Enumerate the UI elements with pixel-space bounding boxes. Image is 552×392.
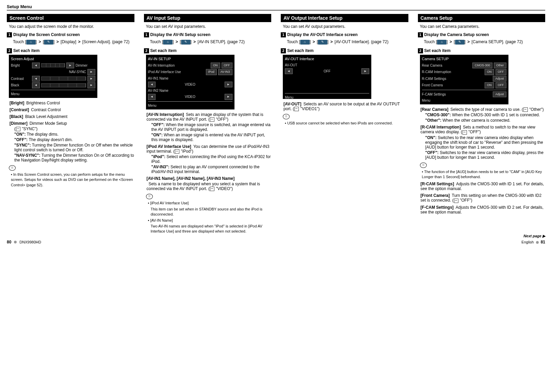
settings-icon: ✎ (455, 40, 465, 45)
step-number-icon: 1 (144, 32, 149, 37)
step-1-label: Display the Screen Control screen (13, 32, 80, 37)
reference-icon (294, 107, 299, 111)
page-number-right: 81 (541, 240, 545, 244)
home-icon: ⌂ (437, 40, 447, 45)
reference-icon (175, 149, 179, 154)
reference-icon (462, 130, 467, 135)
settings-icon: ✎ (44, 40, 53, 45)
top-bar: Setup Menu (7, 4, 545, 11)
note-icon: ⁝⁝ (283, 114, 290, 119)
page-header: Setup Menu (7, 4, 32, 9)
step-2: 2 Set each item (7, 48, 134, 53)
heading-screen-control: Screen Control (7, 14, 134, 22)
heading-av-input: AV Input Setup (144, 14, 272, 22)
touch-instruction: Touch [⌂] > [✎] > [Display] > [Screen Ad… (13, 39, 134, 45)
col-camera-setup: Camera Setup You can set Camera paramete… (418, 14, 546, 235)
screenshot-avout: AV-OUT Interface AV-OUT ◄OFF► Menu (283, 55, 371, 99)
reference-icon (210, 187, 214, 191)
note-icon: ⁝⁝ (146, 194, 153, 199)
col-av-input: AV Input Setup You can set AV input para… (144, 14, 272, 235)
settings-icon: ✎ (181, 40, 191, 45)
page-number-left: 80 (7, 240, 11, 244)
note-text: In this Screen Control screen, you can p… (11, 172, 134, 188)
footer: 80 DNX9980HD Next page ▶ English 81 (7, 234, 545, 244)
screenshot-avin-setup: AV-IN SETUP AV-IN InterruptionONOFF iPod… (146, 55, 234, 109)
step-number-icon: 2 (144, 48, 149, 53)
note-icon: ⁝⁝ (420, 163, 427, 168)
step-number-icon: 2 (7, 48, 12, 53)
home-icon: ⌂ (300, 40, 310, 45)
heading-camera-setup: Camera Setup (418, 14, 546, 22)
def-contrast: [Contrast]Contrast Control (10, 107, 134, 112)
intro-text: You can adjust the screen mode of the mo… (9, 24, 134, 29)
heading-av-output: AV Output Interface Setup (281, 14, 408, 22)
step-2-label: Set each item (13, 48, 39, 53)
step-number-icon: 1 (7, 32, 12, 37)
def-black: [Black]Black Level Adjustment (10, 114, 134, 119)
reference-icon (210, 117, 214, 122)
col-screen-control: Screen Control You can adjust the screen… (7, 14, 134, 235)
step-number-icon: 1 (281, 32, 286, 37)
dot-icon (536, 241, 539, 244)
step-1: 1 Display the Screen Control screen (7, 32, 134, 37)
note-icon: ⁝⁝ (9, 165, 16, 171)
home-icon: ⌂ (26, 40, 36, 45)
def-bright: [Bright]Brightness Control (10, 101, 134, 105)
home-icon: ⌂ (163, 40, 173, 45)
screenshot-screen-adjust: Screen Adjust Bright◄►Dimmer NAV-SYNC► C… (9, 55, 97, 98)
dot-icon (14, 241, 17, 243)
step-number-icon: 2 (418, 48, 423, 53)
step-number-icon: 1 (418, 32, 423, 37)
reference-icon (454, 199, 458, 203)
reference-icon (523, 107, 528, 112)
step-number-icon: 2 (281, 48, 286, 53)
settings-icon: ✎ (318, 40, 327, 45)
col-av-output: AV Output Interface Setup You can set AV… (281, 14, 408, 235)
reference-icon (16, 127, 20, 131)
model-label: DNX9980HD (19, 240, 41, 244)
def-dimmer: [Dimmer]Dimmer Mode Setup (10, 121, 134, 126)
screenshot-camera-setup: Camera SETUP Rear CameraCMOS-300Other R-… (420, 55, 508, 104)
language-label: English (521, 240, 534, 244)
next-page-label: Next page ▶ (521, 234, 545, 238)
